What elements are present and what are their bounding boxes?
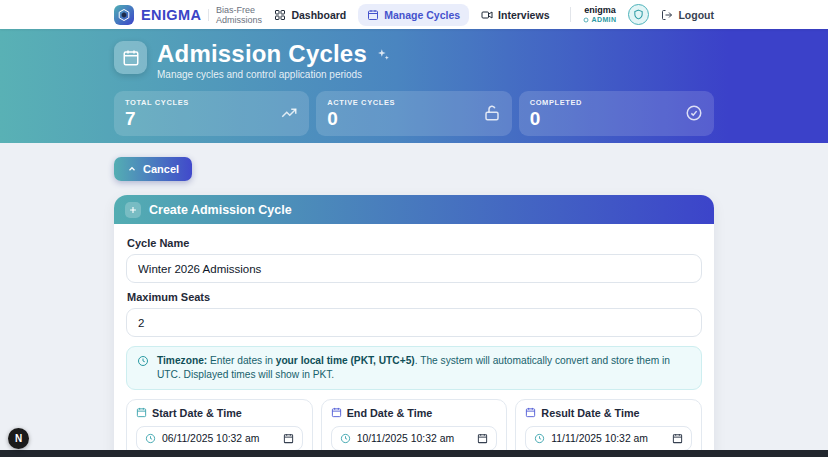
calendar-icon xyxy=(367,9,379,21)
logout-button[interactable]: Logout xyxy=(661,9,714,21)
end-date-card: End Date & Time 10/11/2025 10:32 am xyxy=(321,399,508,457)
end-date-label: End Date & Time xyxy=(347,407,433,419)
start-datetime-value: 06/11/2025 10:32 am xyxy=(162,433,277,444)
start-datetime-input[interactable]: 06/11/2025 10:32 am xyxy=(136,426,303,451)
cancel-button[interactable]: Cancel xyxy=(114,157,192,181)
result-date-label: Result Date & Time xyxy=(541,407,639,419)
stat-value: 0 xyxy=(327,109,395,128)
unlock-icon xyxy=(483,104,501,122)
form-body: Cycle Name Maximum Seats Timezone: Enter… xyxy=(114,224,714,457)
user-name: enigma xyxy=(584,6,616,15)
logout-icon xyxy=(661,9,673,21)
clock-icon xyxy=(145,433,156,444)
end-datetime-value: 10/11/2025 10:32 am xyxy=(357,433,472,444)
nav-item-manage-cycles[interactable]: Manage Cycles xyxy=(358,4,469,26)
cancel-label: Cancel xyxy=(143,163,179,175)
user-role-badge: ADMIN xyxy=(583,16,616,23)
sparkles-icon xyxy=(376,48,390,62)
nav-divider xyxy=(570,7,571,22)
video-icon xyxy=(481,9,493,21)
calendar-icon xyxy=(331,407,342,418)
trending-up-icon xyxy=(280,104,298,122)
nextjs-dev-badge[interactable]: N xyxy=(8,428,29,449)
check-circle-icon xyxy=(685,104,703,122)
avatar[interactable] xyxy=(628,4,649,25)
top-navbar: ENIGMA Bias-Free Admissions Dashboard Ma… xyxy=(0,0,828,29)
result-datetime-input[interactable]: 11/11/2025 10:32 am xyxy=(525,426,692,451)
chevron-up-icon xyxy=(127,164,137,174)
enigma-logo-icon xyxy=(114,5,134,25)
form-title: Create Admission Cycle xyxy=(149,203,292,217)
hero-banner: Admission Cycles Manage cycles and contr… xyxy=(0,29,828,143)
grid-icon xyxy=(274,9,286,21)
nav-item-interviews[interactable]: Interviews xyxy=(472,4,558,26)
stat-card-completed: COMPLETED 0 xyxy=(519,91,714,136)
date-picker-icon[interactable] xyxy=(477,433,488,444)
timezone-note-text: Timezone: Enter dates in your local time… xyxy=(157,354,691,382)
stat-card-active-cycles: ACTIVE CYCLES 0 xyxy=(316,91,511,136)
plus-icon xyxy=(125,202,141,218)
start-date-card: Start Date & Time 06/11/2025 10:32 am xyxy=(126,399,313,457)
content-area: Cancel Create Admission Cycle Cycle Name… xyxy=(0,143,828,457)
calendar-icon xyxy=(114,41,147,74)
date-picker-icon[interactable] xyxy=(283,433,294,444)
date-picker-icon[interactable] xyxy=(672,433,683,444)
calendar-icon xyxy=(136,407,147,418)
stat-value: 7 xyxy=(125,109,189,128)
nav-item-dashboard[interactable]: Dashboard xyxy=(265,4,355,26)
date-fields-row: Start Date & Time 06/11/2025 10:32 am xyxy=(126,399,702,457)
timezone-note: Timezone: Enter dates in your local time… xyxy=(126,346,702,390)
nav-label: Interviews xyxy=(498,9,549,21)
page-subtitle: Manage cycles and control application pe… xyxy=(157,69,367,80)
brand-divider xyxy=(208,9,209,21)
stats-row: TOTAL CYCLES 7 ACTIVE CYCLES 0 COMPLETED xyxy=(114,91,714,136)
cycle-name-input[interactable] xyxy=(126,254,702,283)
clock-icon xyxy=(340,433,351,444)
calendar-icon xyxy=(525,407,536,418)
nav-label: Manage Cycles xyxy=(384,9,460,21)
main-nav: Dashboard Manage Cycles Interviews enigm… xyxy=(265,4,714,26)
stat-card-total-cycles: TOTAL CYCLES 7 xyxy=(114,91,309,136)
cycle-name-label: Cycle Name xyxy=(127,237,702,249)
clock-icon xyxy=(137,355,149,367)
create-cycle-card-header: Create Admission Cycle xyxy=(114,195,714,224)
start-date-label: Start Date & Time xyxy=(152,407,242,419)
user-role-label: ADMIN xyxy=(591,16,616,23)
stat-value: 0 xyxy=(530,109,582,128)
logout-label: Logout xyxy=(678,9,714,21)
shield-icon xyxy=(633,9,644,20)
result-datetime-value: 11/11/2025 10:32 am xyxy=(551,433,666,444)
stat-label: COMPLETED xyxy=(530,98,582,107)
brand-tagline: Bias-Free Admissions xyxy=(216,5,265,25)
clock-icon xyxy=(534,433,545,444)
page: ENIGMA Bias-Free Admissions Dashboard Ma… xyxy=(0,0,828,457)
bottom-bar xyxy=(0,450,828,457)
stat-label: ACTIVE CYCLES xyxy=(327,98,395,107)
page-title: Admission Cycles xyxy=(157,41,367,66)
max-seats-input[interactable] xyxy=(126,308,702,337)
circle-icon xyxy=(583,17,589,23)
end-datetime-input[interactable]: 10/11/2025 10:32 am xyxy=(331,426,498,451)
nav-label: Dashboard xyxy=(291,9,346,21)
max-seats-label: Maximum Seats xyxy=(127,291,702,303)
create-cycle-card: Create Admission Cycle Cycle Name Maximu… xyxy=(114,195,714,457)
user-meta: enigma ADMIN xyxy=(583,6,616,23)
brand-name: ENIGMA xyxy=(141,7,201,23)
stat-label: TOTAL CYCLES xyxy=(125,98,189,107)
result-date-card: Result Date & Time 11/11/2025 10:32 am xyxy=(515,399,702,457)
